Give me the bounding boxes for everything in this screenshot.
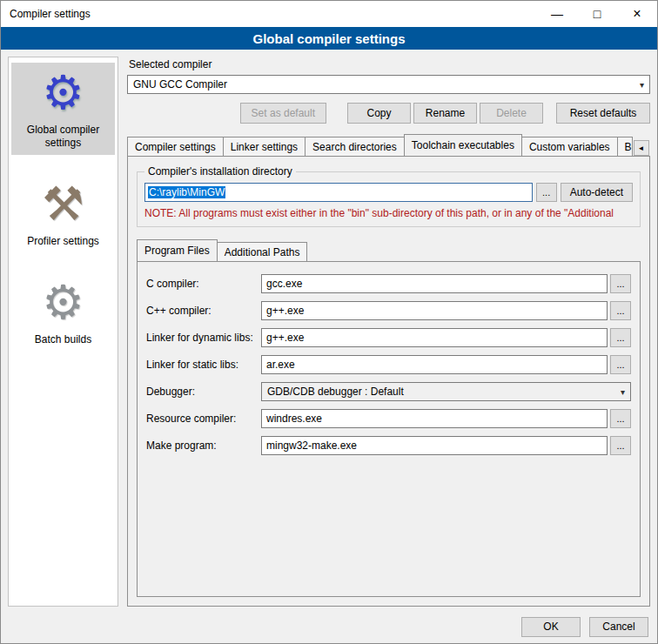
delete-button[interactable]: Delete — [480, 103, 543, 124]
tab-custom-variables[interactable]: Custom variables — [521, 137, 618, 156]
tab-scroll-left-icon[interactable]: ◄ — [634, 140, 649, 156]
tab-search-directories[interactable]: Search directories — [305, 137, 405, 156]
c-compiler-browse-button[interactable]: ... — [610, 274, 631, 293]
reset-defaults-button[interactable]: Reset defaults — [556, 103, 650, 124]
program-subtabs: Program Files Additional Paths — [137, 239, 641, 261]
c-compiler-input[interactable] — [261, 274, 608, 293]
resource-compiler-label: Resource compiler: — [146, 413, 261, 425]
sidebar-item-global-compiler-settings[interactable]: ⚙ Global compiler settings — [11, 63, 115, 155]
titlebar: Compiler settings — □ × — [1, 1, 657, 27]
tab-scrollers: ◄ ► — [632, 140, 650, 156]
selected-compiler-label: Selected compiler — [129, 58, 650, 70]
ok-button[interactable]: OK — [521, 617, 581, 637]
close-icon[interactable]: × — [617, 1, 657, 27]
profiler-tool-icon: ⚒ — [42, 181, 84, 228]
sidebar-item-label: Global compiler settings — [13, 124, 113, 150]
make-program-input[interactable] — [261, 436, 608, 455]
installation-directory-group: Compiler's installation directory C:\ray… — [137, 165, 641, 227]
installation-note: NOTE: All programs must exist either in … — [144, 207, 633, 219]
c-compiler-label: C compiler: — [146, 278, 261, 290]
installation-path-row: C:\raylib\MinGW ... Auto-detect — [144, 183, 633, 202]
field-row-dynamic-linker: Linker for dynamic libs: ... — [146, 328, 631, 347]
dynamic-linker-input[interactable] — [261, 328, 608, 347]
dynamic-linker-browse-button[interactable]: ... — [610, 328, 631, 347]
dialog-footer: OK Cancel — [1, 610, 657, 643]
settings-tabs: Compiler settings Linker settings Search… — [127, 134, 650, 156]
tab-linker-settings[interactable]: Linker settings — [223, 137, 306, 156]
tab-toolchain-executables[interactable]: Toolchain executables — [404, 134, 522, 156]
maximize-icon[interactable]: □ — [577, 1, 617, 27]
window-title: Compiler settings — [1, 8, 91, 20]
cpp-compiler-label: C++ compiler: — [146, 305, 261, 317]
static-linker-browse-button[interactable]: ... — [610, 355, 631, 374]
static-linker-label: Linker for static libs: — [146, 359, 261, 371]
sidebar-item-batch-builds[interactable]: ⚙ Batch builds — [11, 272, 115, 352]
page-title: Global compiler settings — [1, 27, 657, 50]
gear-icon: ⚙ — [42, 70, 84, 117]
make-program-browse-button[interactable]: ... — [610, 436, 631, 455]
resource-compiler-browse-button[interactable]: ... — [610, 409, 631, 428]
dynamic-linker-label: Linker for dynamic libs: — [146, 332, 261, 344]
field-row-resource-compiler: Resource compiler: ... — [146, 409, 631, 428]
static-linker-input[interactable] — [261, 355, 608, 374]
caption-buttons: — □ × — [537, 1, 657, 27]
auto-detect-button[interactable]: Auto-detect — [561, 183, 633, 202]
installation-path-input[interactable]: C:\raylib\MinGW — [144, 183, 533, 202]
field-row-make-program: Make program: ... — [146, 436, 631, 455]
tab-compiler-settings[interactable]: Compiler settings — [127, 137, 224, 156]
installation-path-selected-text: C:\raylib\MinGW — [148, 186, 225, 198]
content-column: Selected compiler GNU GCC Compiler ▾ Set… — [127, 57, 650, 607]
cpp-compiler-browse-button[interactable]: ... — [610, 301, 631, 320]
compiler-button-row: Set as default Copy Rename Delete Reset … — [127, 103, 650, 124]
debugger-select[interactable]: GDB/CDB debugger : Default ▾ — [261, 382, 631, 401]
chevron-down-icon: ▾ — [621, 387, 625, 397]
installation-directory-legend: Compiler's installation directory — [144, 165, 296, 178]
gears-icon: ⚙ — [42, 279, 84, 326]
sidebar-item-label: Batch builds — [35, 333, 91, 346]
debugger-label: Debugger: — [146, 386, 261, 398]
tab-build-options[interactable]: Buil — [617, 137, 633, 156]
debugger-value: GDB/CDB debugger : Default — [267, 386, 404, 398]
selected-compiler-select[interactable]: GNU GCC Compiler ▾ — [127, 75, 650, 94]
field-row-static-linker: Linker for static libs: ... — [146, 355, 631, 374]
copy-button[interactable]: Copy — [347, 103, 411, 124]
program-files-panel: C compiler: ... C++ compiler: ... Linker… — [137, 261, 641, 597]
set-as-default-button[interactable]: Set as default — [240, 103, 326, 124]
cancel-button[interactable]: Cancel — [589, 617, 648, 637]
settings-sidebar: ⚙ Global compiler settings ⚒ Profiler se… — [8, 57, 118, 607]
field-row-c-compiler: C compiler: ... — [146, 274, 631, 293]
sidebar-item-profiler-settings[interactable]: ⚒ Profiler settings — [11, 174, 115, 253]
resource-compiler-input[interactable] — [261, 409, 608, 428]
toolchain-executables-panel: Compiler's installation directory C:\ray… — [127, 156, 650, 607]
chevron-down-icon: ▾ — [640, 80, 644, 90]
compiler-settings-dialog: Compiler settings — □ × Global compiler … — [0, 0, 658, 644]
minimize-icon[interactable]: — — [537, 1, 577, 27]
field-row-cpp-compiler: C++ compiler: ... — [146, 301, 631, 320]
subtab-program-files[interactable]: Program Files — [137, 239, 218, 261]
sidebar-item-label: Profiler settings — [27, 235, 99, 248]
browse-directory-button[interactable]: ... — [536, 183, 557, 202]
selected-compiler-value: GNU GCC Compiler — [133, 78, 227, 91]
cpp-compiler-input[interactable] — [261, 301, 608, 320]
make-program-label: Make program: — [146, 439, 261, 452]
main-area: ⚙ Global compiler settings ⚒ Profiler se… — [1, 50, 657, 610]
rename-button[interactable]: Rename — [413, 103, 477, 124]
field-row-debugger: Debugger: GDB/CDB debugger : Default ▾ — [146, 382, 631, 401]
subtab-additional-paths[interactable]: Additional Paths — [217, 242, 308, 261]
